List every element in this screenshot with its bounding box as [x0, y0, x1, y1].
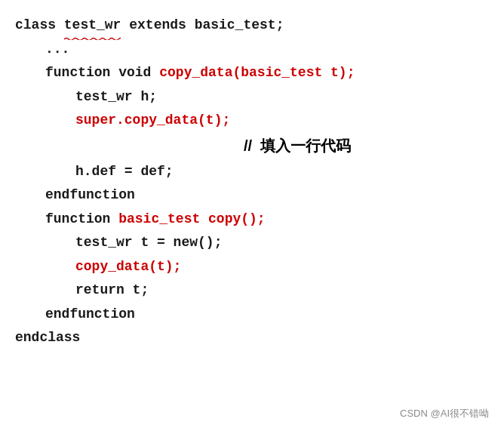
code-container: class test_wr extends basic_test; ... fu… — [0, 0, 504, 431]
line-5: super.copy_data(t); — [15, 109, 489, 133]
code-block: class test_wr extends basic_test; ... fu… — [15, 14, 489, 350]
line-4: test_wr h; — [15, 85, 489, 109]
line-10: test_wr t = new(); — [15, 231, 489, 255]
line-2: ... — [15, 38, 489, 62]
watermark: CSDN @AI很不错呦 — [400, 407, 489, 420]
line-14: endclass — [15, 326, 489, 350]
line-3: function void copy_data(basic_test t); — [15, 61, 489, 85]
line-8: endfunction — [15, 183, 489, 208]
line-6: // 填入一行代码 — [15, 133, 489, 160]
line-1: class test_wr extends basic_test; — [15, 14, 489, 38]
line-7: h.def = def; — [15, 160, 489, 184]
line-1-pre: class — [15, 17, 64, 32]
line-11: copy_data(t); — [15, 255, 489, 279]
line-1-post: extends basic_test; — [121, 17, 284, 32]
line-9: function basic_test copy(); — [15, 208, 489, 232]
line-13: endfunction — [15, 303, 489, 327]
line-12: return t; — [15, 279, 489, 303]
test-wr-underlined: test_wr — [64, 14, 121, 38]
